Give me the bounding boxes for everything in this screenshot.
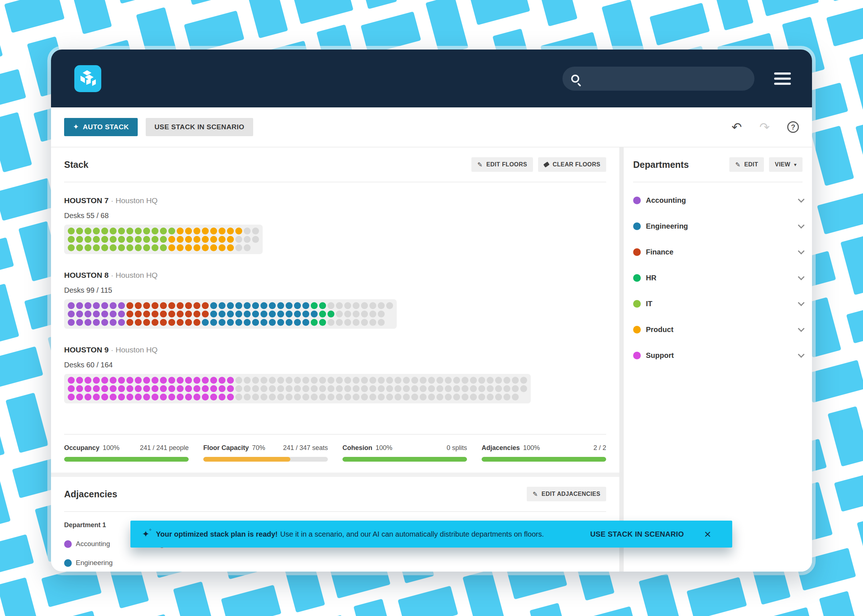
desk-dot-product [219,236,225,243]
department-item-product[interactable]: Product [633,317,803,343]
desk-dot-empty [319,394,326,401]
desk-dot-finance [135,319,142,326]
desk-dot-product [194,236,200,243]
desk-dot-accounting [68,311,75,317]
desk-dot-support [168,394,175,401]
desk-dot-row [68,311,393,317]
desk-dot-support [151,385,159,392]
table-row[interactable]: Engineering [64,559,606,567]
desk-dot-it [126,228,133,234]
desk-dot-support [219,394,225,401]
desk-dot-empty [453,385,460,392]
undo-icon[interactable]: ↶ [731,121,742,133]
department-item-accounting[interactable]: Accounting [633,187,803,213]
department-color-dot [64,559,72,567]
desk-dot-it [85,236,91,243]
department-color-dot [633,222,641,230]
chevron-down-icon[interactable] [798,248,804,254]
stat-percent: 100% [103,444,120,452]
panel-divider [619,148,624,572]
desk-dot-empty [436,394,443,401]
desk-dot-accounting [101,302,108,309]
department-name: IT [646,300,652,308]
department-color-dot [633,300,641,308]
desk-dot-engineering [210,319,217,326]
desk-dot-empty [353,319,359,326]
desk-dot-empty [461,377,468,384]
caret-down-icon: ▾ [794,162,797,168]
chevron-down-icon[interactable] [798,325,804,332]
desk-dot-empty [344,311,351,317]
desk-dot-grid[interactable] [64,225,263,254]
desk-dot-empty [277,377,284,384]
search-bar[interactable] [562,67,754,91]
edit-departments-button[interactable]: ✎ EDIT [729,157,764,172]
department-list: AccountingEngineeringFinanceHRITProductS… [633,187,803,368]
desk-dot-it [118,244,125,251]
edit-adjacencies-button[interactable]: ✎ EDIT ADJACENCIES [527,487,606,501]
use-stack-in-scenario-button[interactable]: USE STACK IN SCENARIO [146,118,253,136]
desk-dot-empty [361,311,368,317]
floor-title-separator: · [111,346,113,354]
chevron-down-icon[interactable] [798,351,804,358]
pencil-icon: ✎ [532,490,538,498]
department-item-support[interactable]: Support [633,343,803,368]
desk-dot-empty [344,394,351,401]
desk-dot-engineering [269,319,276,326]
app-logo[interactable] [74,65,101,92]
view-dropdown-button[interactable]: VIEW ▾ [769,157,803,172]
desk-dot-empty [386,394,393,401]
desk-dot-empty [369,319,376,326]
chevron-down-icon[interactable] [798,222,804,228]
department-name: Finance [646,248,674,256]
desk-dot-product [168,236,175,243]
desk-dot-support [143,394,150,401]
search-input[interactable] [585,74,746,83]
eraser-icon [543,162,550,168]
desk-dot-empty [286,394,293,401]
help-icon[interactable]: ? [787,121,799,133]
desk-dot-engineering [210,311,217,317]
stat-progress-track [64,457,189,462]
chevron-down-icon[interactable] [798,299,804,306]
chevron-down-icon[interactable] [798,196,804,203]
desk-dot-grid[interactable] [64,374,531,403]
desk-dot-empty [395,385,402,392]
desk-dot-row [68,394,527,401]
desk-dot-grid[interactable] [64,299,397,329]
floor-title-separator: · [111,271,113,279]
department-item-hr[interactable]: HR [633,265,803,291]
desk-dot-finance [194,302,200,309]
desk-dot-empty [369,311,376,317]
desk-dot-empty [294,385,301,392]
edit-floors-button[interactable]: ✎ EDIT FLOORS [471,157,533,172]
desk-dot-product [168,244,175,251]
banner-use-stack-button[interactable]: USE STACK IN SCENARIO [590,530,684,539]
stat-progress-track [482,457,606,462]
department-item-finance[interactable]: Finance [633,239,803,265]
stat-cohesion: Cohesion100%0 splits [342,444,467,462]
close-icon[interactable]: × [704,528,711,540]
desk-dot-support [110,385,117,392]
desk-dot-empty [504,394,510,401]
desk-dot-support [101,377,108,384]
stat-progress-track [203,457,328,462]
chevron-down-icon[interactable] [798,273,804,280]
department-item-engineering[interactable]: Engineering [633,213,803,239]
desk-dot-engineering [235,311,242,317]
auto-stack-button[interactable]: ✦ AUTO STACK [64,118,138,136]
desk-dot-empty [487,385,494,392]
desk-dot-product [194,244,200,251]
desk-dot-it [68,236,75,243]
stat-progress-fill [64,457,189,462]
desk-dot-support [135,377,142,384]
clear-floors-button[interactable]: CLEAR FLOORS [538,157,606,172]
desk-dot-empty [277,394,284,401]
desk-dot-empty [235,377,242,384]
department-item-it[interactable]: IT [633,291,803,317]
desk-dot-empty [328,394,334,401]
menu-icon[interactable] [774,72,791,85]
desk-dot-empty [269,377,276,384]
floor-block: HOUSTON 8·Houston HQDesks 99 / 115 [64,271,606,329]
desk-dot-empty [252,236,259,243]
